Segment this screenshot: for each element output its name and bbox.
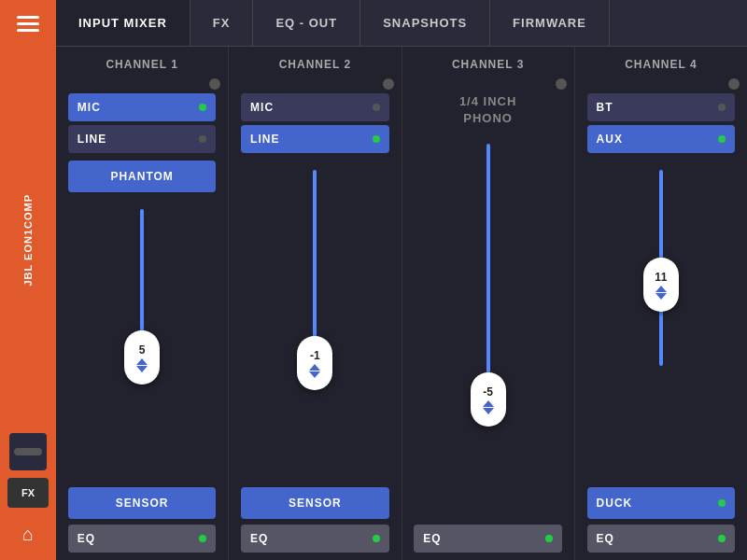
- channel-2-fader-value: -1: [310, 349, 320, 362]
- channel-3-fader-arrows: [483, 400, 494, 414]
- channel-4: CHANNEL 4 BT AUX 11: [575, 47, 747, 560]
- channel-2-eq-led: [373, 535, 380, 542]
- hamburger-icon: [17, 16, 39, 32]
- channel-4-fader-area[interactable]: 11: [579, 161, 743, 487]
- channel-2-mic-label: MIC: [250, 101, 274, 114]
- channel-3-fader-knob[interactable]: -5: [471, 372, 506, 427]
- fader-arrow-down-icon: [655, 293, 667, 300]
- channel-1-eq-label: EQ: [78, 532, 95, 545]
- channel-2-line-button[interactable]: LINE: [241, 125, 389, 153]
- channel-3-header: CHANNEL 3: [406, 47, 571, 78]
- channel-4-duck-led: [718, 499, 726, 507]
- channel-2-mic-led: [373, 104, 380, 111]
- sidebar: JBL EON1COMP FX ⌂: [0, 0, 56, 560]
- channel-4-fader-knob[interactable]: 11: [643, 258, 679, 312]
- fader-arrow-up-icon: [136, 358, 148, 365]
- channel-2-body: MIC LINE -1: [233, 93, 397, 487]
- channels-area: CHANNEL 1 MIC LINE PHANTOM: [56, 47, 747, 560]
- channel-2-line-led: [373, 135, 380, 143]
- sidebar-slider[interactable]: [9, 433, 47, 470]
- fader-arrow-down-icon: [136, 366, 148, 372]
- channel-4-aux-button[interactable]: AUX: [587, 125, 736, 153]
- channel-3-eq-led: [545, 535, 553, 542]
- channel-4-header: CHANNEL 4: [579, 47, 743, 78]
- fader-arrow-up-icon: [309, 364, 320, 371]
- channel-3-text-label: 1/4 INCHPHONO: [459, 93, 516, 127]
- channel-4-fader-arrows: [655, 286, 667, 300]
- fader-arrow-up-icon: [483, 400, 494, 407]
- channel-1-mic-label: MIC: [78, 101, 101, 114]
- channel-1: CHANNEL 1 MIC LINE PHANTOM: [56, 47, 229, 560]
- tab-firmware[interactable]: FIRMWARE: [490, 0, 610, 46]
- channel-2-knob-dot: [383, 78, 394, 90]
- channel-2-eq-button[interactable]: EQ: [241, 525, 389, 553]
- channel-1-body: MIC LINE PHANTOM 5: [60, 93, 224, 487]
- channel-4-bt-label: BT: [597, 101, 613, 114]
- channel-1-bottom: SENSOR EQ: [60, 487, 224, 560]
- channel-3-fader-value: -5: [483, 385, 493, 399]
- fader-arrow-down-icon: [309, 371, 320, 378]
- channel-3-fader-area[interactable]: -5: [406, 134, 571, 525]
- channel-4-duck-button[interactable]: DUCK: [587, 487, 736, 519]
- top-nav: INPUT MIXER FX EQ - OUT SNAPSHOTS FIRMWA…: [56, 0, 747, 47]
- channel-1-mic-button[interactable]: MIC: [68, 93, 217, 121]
- channel-1-mic-led: [199, 104, 206, 111]
- channel-1-inputs: MIC LINE: [68, 93, 217, 153]
- channel-1-eq-button[interactable]: EQ: [68, 525, 217, 553]
- channel-4-fader-value: 11: [655, 271, 667, 284]
- channel-3-body: 1/4 INCHPHONO -5: [406, 93, 571, 525]
- channel-3-eq-label: EQ: [423, 532, 441, 545]
- channel-4-inputs: BT AUX: [587, 93, 736, 153]
- fader-arrow-down-icon: [483, 408, 494, 414]
- channel-1-header: CHANNEL 1: [60, 47, 224, 78]
- channel-2-sensor-button[interactable]: SENSOR: [241, 487, 389, 519]
- channel-4-eq-button[interactable]: EQ: [587, 525, 736, 553]
- fader-arrow-up-icon: [655, 286, 667, 292]
- tab-eq-out[interactable]: EQ - OUT: [253, 0, 360, 46]
- channel-1-line-led: [199, 135, 206, 143]
- channel-4-bt-led: [718, 104, 726, 111]
- tab-fx[interactable]: FX: [190, 0, 254, 46]
- tab-snapshots[interactable]: SNAPSHOTS: [360, 0, 490, 46]
- channel-2-header: CHANNEL 2: [233, 47, 397, 78]
- channel-1-phantom-button[interactable]: PHANTOM: [68, 161, 217, 192]
- channel-2-inputs: MIC LINE: [241, 93, 389, 153]
- channel-3-fader-track: [486, 144, 490, 377]
- channel-2-fader-knob[interactable]: -1: [297, 336, 332, 390]
- channel-1-eq-led: [199, 535, 206, 542]
- channel-1-fader-knob[interactable]: 5: [124, 330, 160, 385]
- tab-input-mixer[interactable]: INPUT MIXER: [56, 0, 190, 46]
- channel-4-bt-button[interactable]: BT: [587, 93, 736, 121]
- sidebar-home-button[interactable]: ⌂: [7, 515, 49, 553]
- channel-2-eq-label: EQ: [250, 532, 268, 545]
- channel-1-line-label: LINE: [78, 133, 106, 146]
- sidebar-fx-button[interactable]: FX: [7, 478, 49, 508]
- main-content: INPUT MIXER FX EQ - OUT SNAPSHOTS FIRMWA…: [56, 0, 747, 560]
- channel-1-sensor-button[interactable]: SENSOR: [68, 487, 217, 519]
- channel-4-eq-led: [718, 535, 726, 542]
- channel-2-line-label: LINE: [250, 133, 279, 146]
- channel-2: CHANNEL 2 MIC LINE -1: [229, 47, 402, 560]
- channel-2-fader-arrows: [309, 364, 320, 378]
- channel-2-fader-area[interactable]: -1: [233, 161, 397, 487]
- menu-button[interactable]: [0, 0, 56, 47]
- channel-4-knob-dot: [728, 78, 740, 90]
- channel-3-knob-dot: [556, 78, 567, 90]
- channel-1-fader-value: 5: [139, 343, 146, 357]
- channel-1-line-button[interactable]: LINE: [68, 125, 217, 153]
- channel-2-mic-button[interactable]: MIC: [241, 93, 389, 121]
- device-label: JBL EON1COMP: [22, 194, 34, 287]
- channel-4-bottom: DUCK EQ: [579, 487, 743, 560]
- channel-1-knob-dot: [209, 78, 220, 90]
- channel-3-bottom: EQ: [406, 525, 571, 560]
- channel-4-aux-led: [718, 135, 726, 143]
- channel-3: CHANNEL 3 1/4 INCHPHONO -5: [402, 47, 575, 560]
- channel-4-aux-label: AUX: [597, 133, 623, 146]
- channel-1-fader-area[interactable]: 5: [60, 200, 224, 487]
- channel-4-eq-label: EQ: [597, 532, 614, 545]
- channel-4-duck-label: DUCK: [597, 497, 633, 510]
- channel-3-eq-button[interactable]: EQ: [414, 525, 562, 553]
- channel-2-bottom: SENSOR EQ: [233, 487, 397, 560]
- sidebar-bottom: FX ⌂: [0, 433, 56, 560]
- home-icon: ⌂: [22, 524, 34, 545]
